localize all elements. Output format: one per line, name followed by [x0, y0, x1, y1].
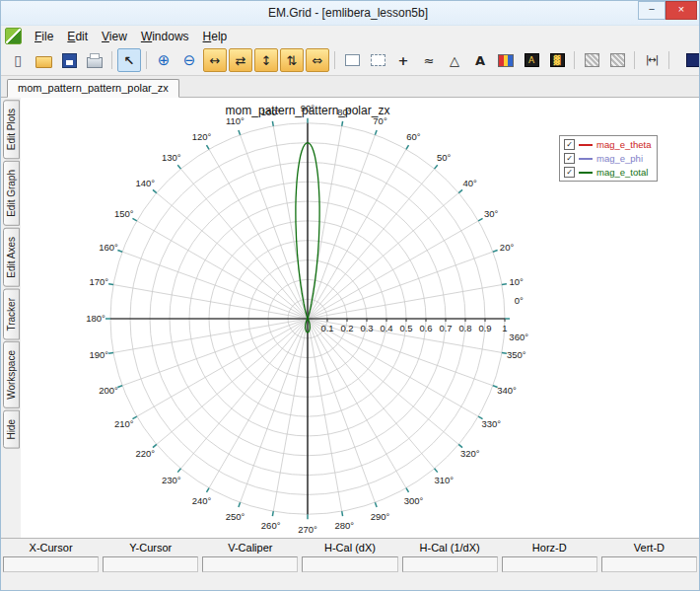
- print-icon: [87, 57, 103, 68]
- legend-label: mag_e_phi: [596, 153, 643, 164]
- angle-label: 60°: [406, 131, 421, 142]
- app-window: EM.Grid - [emlibera_lesson5b] − × FileEd…: [0, 0, 700, 591]
- radial-tick-label: 0.3: [360, 323, 373, 333]
- tabstrip: mom_pattern_pattern_polar_zx: [1, 76, 699, 98]
- edit-curve-icon: ≈: [424, 54, 435, 67]
- select-rect-icon: [345, 54, 360, 66]
- angle-tick: [117, 386, 122, 388]
- radial-tick-label: 0.8: [458, 323, 471, 333]
- tab-mom-pattern-pattern-polar-zx[interactable]: mom_pattern_pattern_polar_zx: [7, 79, 179, 98]
- axis-scale-icon: ⇕: [610, 53, 625, 67]
- angle-tick: [458, 444, 462, 447]
- angle-label: 200°: [99, 385, 118, 396]
- pan-vertical-button[interactable]: ⇅: [280, 48, 304, 72]
- angle-label: 230°: [162, 475, 181, 485]
- angle-tick: [342, 121, 343, 126]
- pan-horizontal-button[interactable]: ⇄: [229, 48, 252, 72]
- print-button[interactable]: [83, 48, 106, 72]
- minimize-button[interactable]: −: [638, 1, 665, 20]
- menu-view[interactable]: View: [95, 28, 134, 45]
- sidebar: Edit PlotsEdit GraphEdit AxesTrackerWork…: [1, 98, 21, 538]
- status-col-h-cal-1-dx: H-Cal (1/dX): [400, 542, 500, 554]
- axis-scale-button[interactable]: ⇕: [605, 48, 629, 72]
- angle-tick: [493, 251, 498, 253]
- layout-button[interactable]: Layout ▾: [679, 50, 700, 70]
- sidebar-tab-edit-plots[interactable]: Edit Plots: [3, 100, 20, 159]
- menu-edit[interactable]: Edit: [60, 28, 95, 45]
- sidebar-tab-edit-graph[interactable]: Edit Graph: [3, 161, 20, 226]
- sidebar-tab-edit-axes[interactable]: Edit Axes: [3, 228, 20, 287]
- angle-tick: [207, 145, 210, 149]
- select-cursor-button[interactable]: ↖: [117, 48, 141, 72]
- save-button[interactable]: [57, 48, 81, 72]
- angle-tick: [375, 502, 377, 507]
- zoom-out-button[interactable]: ⊖: [177, 48, 201, 72]
- angle-label: 280°: [335, 520, 355, 531]
- legend-line-sample: [579, 144, 593, 146]
- angle-tick: [406, 488, 409, 492]
- measure-distance-button[interactable]: |↔|: [640, 48, 664, 72]
- status-fields: [1, 555, 699, 573]
- titlebar[interactable]: EM.Grid - [emlibera_lesson5b] − ×: [1, 1, 699, 26]
- select-rect-button[interactable]: [340, 48, 364, 72]
- text-tool-button[interactable]: A: [468, 48, 492, 72]
- angle-tick: [153, 189, 157, 192]
- legend-label: mag_e_theta: [596, 139, 651, 150]
- sidebar-tab-tracker[interactable]: Tracker: [3, 289, 20, 340]
- legend-line-sample: [579, 172, 593, 174]
- color-palette-button[interactable]: [494, 48, 518, 72]
- select-cursor-icon: ↖: [124, 54, 135, 67]
- fit-vertical-button[interactable]: ↕: [254, 48, 278, 72]
- status-col-x-cursor: X-Cursor: [1, 542, 101, 554]
- close-button[interactable]: ×: [665, 1, 697, 20]
- angle-tick: [342, 511, 343, 516]
- menu-windows[interactable]: Windows: [134, 28, 196, 45]
- sidebar-tab-workspace[interactable]: Workspace: [3, 341, 20, 408]
- angle-label: 180°: [86, 314, 105, 325]
- angle-tick: [153, 444, 157, 447]
- angle-tick: [239, 502, 241, 507]
- zoom-rect-button[interactable]: [366, 48, 389, 72]
- polygon-tool-button[interactable]: △: [443, 48, 466, 72]
- zoom-in-button[interactable]: ⊕: [152, 48, 175, 72]
- radial-tick-label: 0.5: [399, 323, 412, 333]
- radial-tick-label: 0.1: [320, 323, 333, 333]
- fill-style-button[interactable]: ▓: [545, 48, 569, 72]
- plot-area: mom_pattern_pattern_polar_zx 0.10.20.30.…: [21, 98, 699, 538]
- legend-checkbox-mag-e-theta[interactable]: ✓: [564, 139, 575, 150]
- menu-help[interactable]: Help: [196, 28, 235, 45]
- measure-distance-icon: |↔|: [646, 55, 658, 65]
- legend-checkbox-mag-e-phi[interactable]: ✓: [564, 153, 575, 164]
- angle-label: 40°: [463, 179, 478, 189]
- angle-label: 130°: [162, 152, 181, 163]
- edit-curve-button[interactable]: ≈: [417, 48, 441, 72]
- color-palette-icon: [498, 54, 514, 67]
- new-document-icon: ▯: [14, 53, 22, 67]
- legend-row-mag-e-phi: ✓mag_e_phi: [564, 153, 651, 164]
- angle-tick: [272, 121, 273, 126]
- angle-label: 330°: [481, 418, 501, 429]
- font-style-button[interactable]: A: [520, 48, 543, 72]
- status-field-h-cal-1-dx: [402, 556, 498, 572]
- fit-all-button[interactable]: ⇔: [306, 48, 329, 72]
- menu-file[interactable]: File: [28, 28, 60, 45]
- open-file-button[interactable]: [32, 48, 55, 72]
- menubar: FileEditViewWindowsHelp: [1, 26, 699, 45]
- fit-horizontal-button[interactable]: ↔: [203, 48, 227, 72]
- add-marker-icon: +: [398, 54, 409, 67]
- sidebar-tab-hide[interactable]: Hide: [3, 410, 20, 449]
- new-document-button[interactable]: ▯: [6, 48, 30, 72]
- zoom-out-icon: ⊖: [183, 53, 196, 68]
- angle-label: 340°: [497, 385, 517, 396]
- status-field-horz-d: [502, 556, 597, 572]
- angle-label: 30°: [484, 208, 499, 219]
- toolbar-separator: [111, 51, 112, 69]
- statusbar: X-CursorY-CursorV-CaliperH-Cal (dX)H-Cal…: [1, 538, 699, 590]
- grid-pattern-button[interactable]: [580, 48, 603, 72]
- angle-tick: [478, 218, 482, 220]
- radial-tick-label: 0.4: [380, 323, 392, 333]
- legend-checkbox-mag-e-total[interactable]: ✓: [564, 167, 575, 178]
- angle-label: 140°: [135, 179, 155, 189]
- add-marker-button[interactable]: +: [391, 48, 415, 72]
- pan-vertical-icon: ⇅: [287, 54, 298, 67]
